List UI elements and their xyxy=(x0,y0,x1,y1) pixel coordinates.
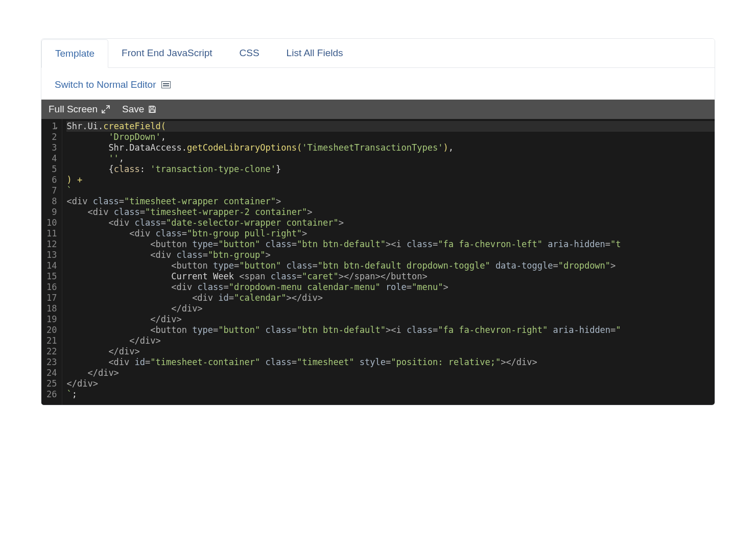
save-label: Save xyxy=(122,104,144,115)
save-button[interactable]: Save xyxy=(122,104,156,115)
tab-bar: TemplateFront End JavaScriptCSSList All … xyxy=(41,39,715,68)
list-icon xyxy=(161,81,171,88)
line-gutter: 1234567891011121314151617181920212223242… xyxy=(41,119,62,405)
editor-panel: TemplateFront End JavaScriptCSSList All … xyxy=(41,38,715,405)
switch-editor-link[interactable]: Switch to Normal Editor xyxy=(55,79,156,90)
save-icon xyxy=(148,105,156,113)
tab-css[interactable]: CSS xyxy=(226,39,273,68)
panel-body: Switch to Normal Editor Full Screen Save xyxy=(41,68,715,405)
expand-icon xyxy=(102,105,110,113)
fullscreen-button[interactable]: Full Screen xyxy=(49,104,110,115)
code-content[interactable]: Shr.Ui.createField( 'DropDown', Shr.Data… xyxy=(62,119,715,405)
svg-rect-1 xyxy=(150,110,154,112)
svg-rect-0 xyxy=(151,106,153,108)
fullscreen-label: Full Screen xyxy=(49,104,98,115)
switch-editor-row: Switch to Normal Editor xyxy=(41,79,715,100)
tab-template[interactable]: Template xyxy=(41,39,108,68)
tab-list-all-fields[interactable]: List All Fields xyxy=(273,39,357,68)
editor-toolbar: Full Screen Save xyxy=(41,100,715,119)
code-editor[interactable]: 1234567891011121314151617181920212223242… xyxy=(41,119,715,405)
tab-front-end-javascript[interactable]: Front End JavaScript xyxy=(108,39,226,68)
